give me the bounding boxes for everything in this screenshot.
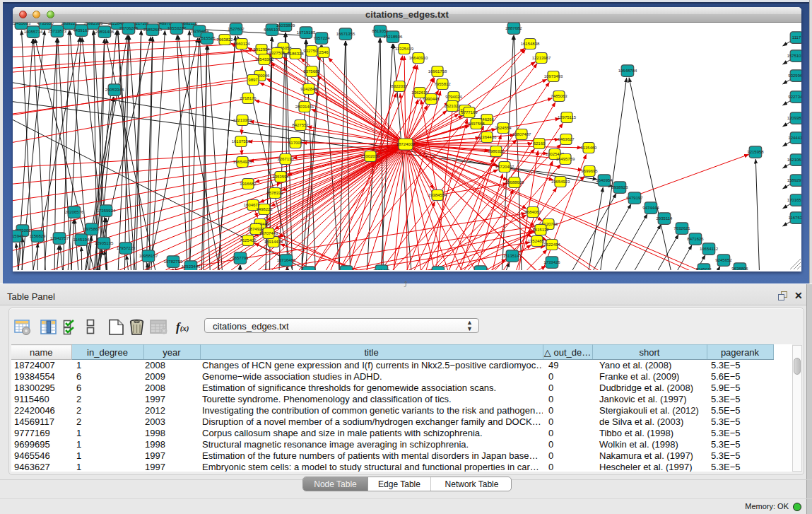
svg-text:62160: 62160 — [534, 141, 546, 146]
svg-text:19218506: 19218506 — [384, 35, 403, 39]
svg-text:8578332: 8578332 — [266, 191, 283, 195]
svg-text:25711873: 25711873 — [48, 29, 67, 33]
svg-text:9327505: 9327505 — [269, 51, 286, 55]
svg-text:15751074: 15751074 — [787, 54, 801, 58]
svg-text:17359924: 17359924 — [97, 209, 116, 213]
svg-text:16640910: 16640910 — [409, 56, 428, 60]
svg-text:1640954: 1640954 — [596, 178, 613, 182]
svg-text:6466100: 6466100 — [264, 28, 281, 32]
svg-text:19654923: 19654923 — [551, 180, 570, 184]
svg-text:2887682: 2887682 — [505, 26, 522, 30]
svg-text:16671355: 16671355 — [336, 32, 355, 36]
svg-text:10807487: 10807487 — [512, 132, 531, 136]
svg-text:8712001: 8712001 — [338, 269, 355, 270]
svg-text:7955812: 7955812 — [434, 82, 451, 86]
svg-text:1167534: 1167534 — [789, 216, 801, 220]
svg-text:21364436: 21364436 — [478, 135, 497, 139]
svg-text:6479197: 6479197 — [626, 196, 643, 200]
svg-text:12923446: 12923446 — [182, 264, 201, 269]
svg-text:25852685: 25852685 — [143, 28, 163, 32]
svg-text:9474444: 9474444 — [642, 206, 659, 210]
svg-text:7485063: 7485063 — [551, 94, 567, 98]
svg-text:13716485: 13716485 — [277, 258, 296, 262]
svg-text:20206576: 20206576 — [65, 210, 84, 214]
svg-text:9684067: 9684067 — [524, 210, 541, 214]
svg-text:10973493: 10973493 — [544, 74, 563, 78]
svg-text:17957223: 17957223 — [117, 246, 136, 250]
svg-text:417006: 417006 — [288, 141, 303, 145]
svg-text:10688609: 10688609 — [505, 180, 524, 185]
svg-text:16914479: 16914479 — [264, 240, 283, 244]
svg-text:10782759: 10782759 — [164, 259, 183, 264]
svg-text:8427552: 8427552 — [292, 123, 309, 127]
svg-text:2718176: 2718176 — [240, 96, 257, 100]
svg-text:15720407: 15720407 — [495, 165, 514, 169]
svg-text:7625402: 7625402 — [240, 238, 257, 243]
svg-text:1916682: 1916682 — [240, 182, 257, 186]
svg-text:8231077: 8231077 — [472, 269, 489, 270]
svg-text:16210643: 16210643 — [787, 158, 801, 162]
svg-text:8660124: 8660124 — [233, 42, 250, 46]
svg-text:9245652: 9245652 — [715, 258, 732, 262]
svg-text:12942757: 12942757 — [50, 236, 69, 240]
svg-text:18724007: 18724007 — [396, 142, 416, 146]
svg-text:7357224: 7357224 — [313, 36, 330, 40]
svg-text:7986322: 7986322 — [488, 149, 505, 153]
svg-text:3624554: 3624554 — [495, 126, 512, 130]
svg-text:3215958: 3215958 — [747, 150, 764, 154]
svg-text:16107553: 16107553 — [232, 139, 251, 144]
svg-text:10553287: 10553287 — [167, 26, 187, 30]
svg-text:1733426: 1733426 — [543, 260, 560, 264]
svg-text:7663822: 7663822 — [216, 37, 233, 42]
svg-text:15135141: 15135141 — [503, 254, 522, 258]
svg-text:6990448: 6990448 — [423, 97, 440, 101]
svg-text:22455603: 22455603 — [13, 23, 31, 25]
svg-text:1117: 1117 — [792, 35, 801, 40]
svg-text:12093822: 12093822 — [787, 116, 801, 120]
svg-text:10719185: 10719185 — [297, 30, 316, 35]
svg-text:9115460: 9115460 — [581, 146, 598, 150]
svg-text:9245011: 9245011 — [696, 267, 713, 270]
svg-text:16033809: 16033809 — [276, 23, 295, 28]
svg-text:16707443: 16707443 — [259, 231, 278, 235]
svg-text:12905135: 12905135 — [95, 241, 114, 245]
svg-text:9897: 9897 — [248, 78, 258, 82]
svg-text:2522454: 2522454 — [543, 243, 560, 247]
svg-text:1145194: 1145194 — [73, 238, 90, 242]
svg-text:12213369: 12213369 — [233, 118, 252, 122]
svg-text:2546: 2546 — [319, 50, 329, 54]
svg-text:14055714: 14055714 — [24, 30, 43, 34]
svg-text:8471626: 8471626 — [687, 237, 704, 241]
svg-text:20891406: 20891406 — [95, 30, 114, 34]
svg-text:25302033: 25302033 — [361, 154, 380, 158]
svg-text:19384554: 19384554 — [428, 193, 447, 197]
svg-text:9227342: 9227342 — [788, 95, 801, 99]
svg-text:8322037: 8322037 — [391, 84, 408, 88]
svg-text:9699695: 9699695 — [581, 169, 598, 173]
svg-text:1353594: 1353594 — [272, 175, 289, 179]
svg-text:1621022: 1621022 — [444, 104, 461, 108]
svg-text:9794024: 9794024 — [445, 95, 462, 99]
svg-text:8186328: 8186328 — [287, 52, 304, 56]
svg-text:7515526: 7515526 — [199, 36, 216, 40]
svg-text:9120415: 9120415 — [373, 269, 390, 270]
svg-text:9638806: 9638806 — [731, 267, 748, 270]
svg-text:15892971: 15892971 — [787, 178, 801, 182]
svg-text:10543362: 10543362 — [255, 57, 274, 62]
svg-text:11325419: 11325419 — [395, 47, 414, 51]
svg-text:16495759: 16495759 — [556, 157, 575, 161]
svg-text:4735650: 4735650 — [37, 23, 54, 25]
svg-text:3912954: 3912954 — [253, 47, 270, 52]
svg-text:9975867: 9975867 — [83, 227, 100, 231]
svg-text:1527602: 1527602 — [228, 27, 245, 31]
svg-text:28031441: 28031441 — [295, 105, 314, 109]
svg-text:3267130: 3267130 — [277, 157, 294, 161]
svg-text:10648784: 10648784 — [618, 69, 637, 73]
svg-text:12213967: 12213967 — [532, 56, 551, 60]
svg-text:17016514: 17016514 — [787, 198, 801, 202]
svg-text:9463627: 9463627 — [558, 137, 575, 141]
svg-text:8375685: 8375685 — [303, 69, 320, 74]
svg-text:1244415: 1244415 — [788, 136, 801, 140]
svg-text:29053346: 29053346 — [105, 88, 124, 92]
svg-text:9242848: 9242848 — [300, 87, 317, 91]
